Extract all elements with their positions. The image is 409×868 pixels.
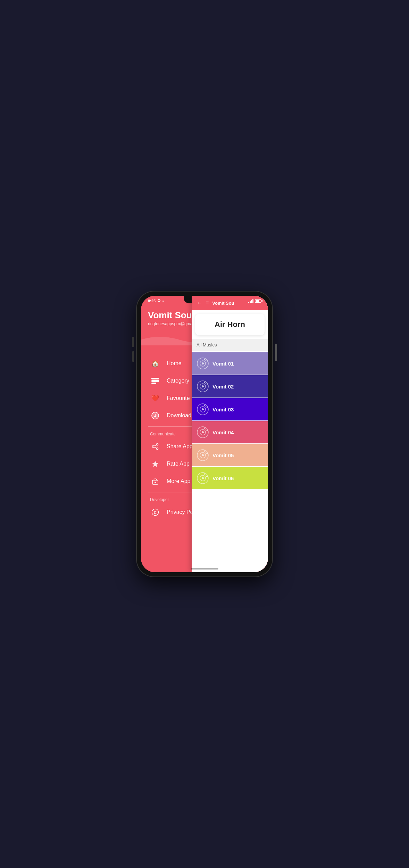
sidebar-item-share-label: Share App bbox=[167, 443, 193, 450]
sound-item-vomit06-label: Vomit 06 bbox=[212, 475, 234, 481]
home-icon: 🏠 bbox=[150, 358, 160, 369]
sound-item-vomit04[interactable]: Vomit 04 bbox=[192, 421, 268, 443]
svg-line-17 bbox=[204, 359, 205, 360]
status-right bbox=[248, 299, 261, 303]
svg-line-48 bbox=[206, 475, 207, 475]
disc-icon-4 bbox=[197, 426, 209, 439]
gear-icon: ⚙ bbox=[157, 298, 161, 303]
svg-rect-2 bbox=[151, 383, 156, 384]
sound-item-vomit03-label: Vomit 03 bbox=[212, 407, 234, 412]
battery-icon bbox=[255, 299, 261, 303]
sound-item-vomit05[interactable]: Vomit 05 bbox=[192, 444, 268, 466]
svg-line-8 bbox=[154, 447, 157, 448]
star-icon bbox=[150, 459, 160, 469]
svg-line-29 bbox=[204, 404, 205, 406]
svg-line-35 bbox=[204, 427, 205, 429]
phone-screen: 8:25 ⚙ ▪ Vomit Sounds ringtonesappspro@g… bbox=[141, 296, 268, 572]
signal-bar-2 bbox=[250, 301, 251, 303]
phone-frame: 8:25 ⚙ ▪ Vomit Sounds ringtonesappspro@g… bbox=[137, 292, 272, 576]
air-horn-title: Air Horn bbox=[201, 320, 259, 329]
signal-bar-1 bbox=[248, 302, 249, 303]
sound-item-vomit02[interactable]: Vomit 02 bbox=[192, 375, 268, 398]
svg-line-7 bbox=[154, 445, 157, 446]
sound-item-vomit01-label: Vomit 01 bbox=[212, 361, 234, 367]
battery-fill bbox=[256, 300, 259, 302]
category-icon bbox=[150, 376, 160, 386]
svg-line-31 bbox=[206, 408, 208, 408]
air-horn-card[interactable]: Air Horn bbox=[195, 314, 265, 335]
copyright-icon: C bbox=[150, 507, 160, 517]
disc-icon-6 bbox=[197, 472, 209, 484]
home-indicator bbox=[191, 568, 218, 570]
sound-item-vomit02-label: Vomit 02 bbox=[212, 384, 234, 390]
svg-point-5 bbox=[157, 448, 158, 450]
svg-line-25 bbox=[206, 385, 208, 385]
svg-text:C: C bbox=[154, 510, 157, 515]
svg-point-4 bbox=[157, 444, 158, 445]
sidebar-item-home-label: Home bbox=[167, 360, 182, 367]
volume-up-button[interactable] bbox=[132, 337, 134, 347]
signal-bar-3 bbox=[251, 300, 252, 303]
disc-icon-5 bbox=[197, 449, 209, 461]
right-panel: ← ≡ Vomit Sou Air Horn All Musics bbox=[192, 296, 268, 572]
sound-list: Vomit 01 Vomit 02 bbox=[192, 352, 268, 489]
svg-rect-1 bbox=[151, 380, 159, 382]
all-musics-bar[interactable]: All Musics bbox=[192, 339, 268, 351]
sidebar-item-rate-label: Rate App bbox=[167, 461, 190, 467]
download-icon bbox=[150, 410, 160, 421]
svg-line-42 bbox=[206, 452, 207, 452]
sound-item-vomit05-label: Vomit 05 bbox=[212, 452, 234, 458]
svg-rect-0 bbox=[151, 378, 159, 379]
svg-line-19 bbox=[206, 362, 208, 362]
svg-line-24 bbox=[206, 383, 207, 384]
svg-line-18 bbox=[206, 360, 207, 361]
time-display: 8:25 bbox=[148, 299, 156, 303]
power-button[interactable] bbox=[275, 344, 277, 361]
share-icon bbox=[150, 441, 160, 452]
svg-line-37 bbox=[206, 431, 208, 431]
svg-line-43 bbox=[206, 453, 208, 454]
disc-icon-1 bbox=[197, 357, 209, 370]
sim-icon: ▪ bbox=[162, 299, 164, 303]
svg-point-16 bbox=[202, 362, 204, 365]
sidebar-item-favourite-label: Favourite bbox=[167, 395, 190, 401]
svg-line-23 bbox=[204, 382, 205, 383]
svg-line-47 bbox=[204, 473, 205, 475]
disc-icon-2 bbox=[197, 380, 209, 393]
svg-point-6 bbox=[152, 446, 154, 448]
disc-icon-3 bbox=[197, 403, 209, 416]
volume-down-button[interactable] bbox=[132, 351, 134, 362]
svg-marker-9 bbox=[152, 461, 158, 467]
bag-icon bbox=[150, 476, 160, 486]
sidebar-item-more-label: More App bbox=[167, 478, 190, 484]
svg-point-40 bbox=[202, 454, 204, 456]
svg-line-30 bbox=[206, 406, 207, 407]
svg-point-34 bbox=[202, 431, 204, 433]
svg-line-36 bbox=[206, 429, 207, 429]
svg-line-49 bbox=[206, 476, 208, 477]
sound-item-vomit01[interactable]: Vomit 01 bbox=[192, 352, 268, 375]
status-bar: 8:25 ⚙ ▪ bbox=[141, 296, 268, 304]
heart-icon: ❤️ bbox=[150, 393, 160, 403]
sound-item-vomit03[interactable]: Vomit 03 bbox=[192, 398, 268, 420]
signal-bar-4 bbox=[252, 299, 253, 303]
sidebar-item-category-label: Category bbox=[167, 378, 189, 384]
svg-point-28 bbox=[202, 408, 204, 410]
svg-point-46 bbox=[202, 477, 204, 479]
sound-item-vomit04-label: Vomit 04 bbox=[212, 429, 234, 435]
sound-item-vomit06[interactable]: Vomit 06 bbox=[192, 467, 268, 489]
status-left: 8:25 ⚙ ▪ bbox=[148, 298, 164, 303]
svg-line-41 bbox=[204, 450, 205, 452]
svg-point-11 bbox=[155, 482, 156, 483]
signal-icon bbox=[248, 299, 253, 303]
svg-point-22 bbox=[202, 385, 204, 387]
sidebar-item-download-label: Download bbox=[167, 412, 191, 419]
